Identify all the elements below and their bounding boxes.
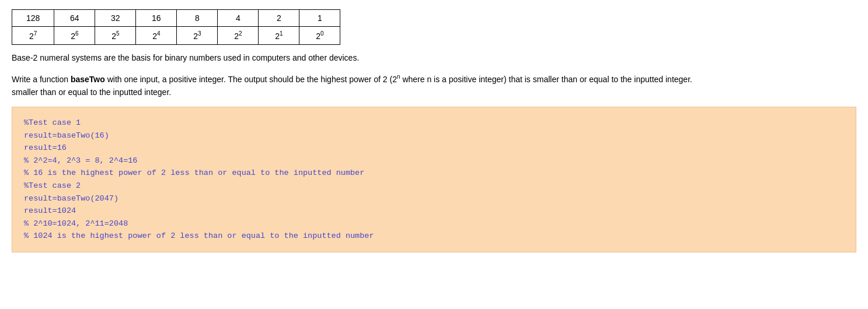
table-cell: 8: [177, 10, 218, 27]
problem-statement: Write a function baseTwo with one input,…: [12, 72, 856, 99]
table-cell-exp: 23: [177, 27, 218, 45]
table-row-values: 128 64 32 16 8 4 2 1: [12, 10, 340, 27]
powers-table: 128 64 32 16 8 4 2 1 27 26 25 24 23 22 2…: [12, 9, 340, 45]
function-name: baseTwo: [71, 74, 105, 83]
problem-intro: Write a function: [12, 74, 71, 83]
table-cell-exp: 26: [54, 27, 95, 45]
code-block: %Test case 1 result=baseTwo(16) result=1…: [12, 107, 856, 252]
table-cell-exp: 21: [259, 27, 299, 45]
powers-table-container: 128 64 32 16 8 4 2 1 27 26 25 24 23 22 2…: [12, 9, 856, 45]
smaller-than-line: smaller than or equal to the inputted in…: [12, 87, 171, 97]
problem-end: where n is a positive integer) that is s…: [400, 74, 692, 83]
table-cell: 128: [12, 10, 54, 27]
table-cell-exp: 25: [95, 27, 136, 45]
table-cell: 2: [259, 10, 299, 27]
table-cell: 4: [218, 10, 259, 27]
table-cell: 16: [136, 10, 177, 27]
description-text: Base-2 numeral systems are the basis for…: [12, 52, 856, 64]
table-cell: 64: [54, 10, 95, 27]
table-cell-exp: 20: [299, 27, 340, 45]
table-cell-exp: 22: [218, 27, 259, 45]
table-cell-exp: 24: [136, 27, 177, 45]
table-cell-exp: 27: [12, 27, 54, 45]
table-cell: 1: [299, 10, 340, 27]
problem-mid: with one input, a positive integer. The …: [105, 74, 397, 83]
table-row-exponents: 27 26 25 24 23 22 21 20: [12, 27, 340, 45]
table-cell: 32: [95, 10, 136, 27]
